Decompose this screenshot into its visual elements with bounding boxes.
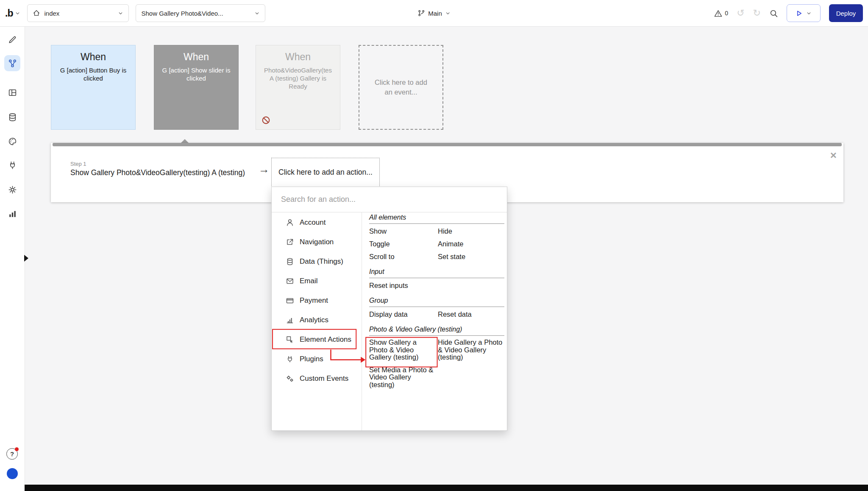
- workflow-icon: [8, 59, 17, 68]
- step-scrollbar[interactable]: [53, 143, 842, 146]
- sidebar-item-pages[interactable]: [7, 87, 18, 98]
- notification-dot: [15, 447, 19, 451]
- plug-icon: [286, 355, 294, 363]
- layout-icon: [8, 88, 17, 98]
- category-label: Data (Things): [300, 257, 343, 266]
- add-event-label: Click here to add an event...: [370, 78, 431, 97]
- redo-icon[interactable]: ↻: [753, 8, 761, 18]
- action-categories: Account Navigation Data (Things) Email: [272, 212, 362, 430]
- plug-icon: [8, 160, 17, 170]
- section-group: Group Display data Reset data: [369, 292, 504, 321]
- section-all-elements: All elements Show Hide Toggle Animate Sc…: [369, 212, 504, 263]
- action-item[interactable]: Set Media a Photo & Video Gallery (testi…: [369, 364, 438, 392]
- person-icon: [286, 218, 294, 227]
- category-data-things[interactable]: Data (Things): [272, 252, 362, 271]
- category-label: Custom Events: [300, 374, 348, 383]
- user-avatar[interactable]: [7, 468, 18, 479]
- category-label: Account: [300, 218, 326, 227]
- page-selector[interactable]: index: [27, 4, 129, 22]
- category-analytics[interactable]: Analytics: [272, 310, 362, 330]
- section-photo-video-gallery: Photo & Video Gallery (testing) Show Gal…: [369, 321, 504, 391]
- event-title: When: [161, 51, 232, 63]
- sidebar-item-settings[interactable]: [7, 184, 18, 195]
- workspace-menu[interactable]: .b: [5, 8, 20, 19]
- action-item[interactable]: Hide: [438, 225, 504, 237]
- action-item[interactable]: Toggle: [369, 237, 438, 250]
- help-icon: ?: [10, 450, 14, 458]
- arrow-right-icon: →: [259, 163, 270, 176]
- action-picker-popup: Account Navigation Data (Things) Email: [271, 187, 507, 431]
- share-icon: [286, 238, 294, 246]
- event-card-show-slider-selected[interactable]: When G [action] Show slider is clicked: [154, 45, 239, 130]
- action-item[interactable]: Reset inputs: [369, 279, 438, 292]
- preview-button[interactable]: [787, 4, 821, 22]
- undo-icon[interactable]: ↺: [737, 8, 744, 18]
- sidebar-item-plugins[interactable]: [7, 159, 18, 170]
- sidebar-item-styles[interactable]: [7, 136, 18, 147]
- section-header: Input: [369, 263, 504, 278]
- element-tree-expander[interactable]: [24, 255, 28, 262]
- sidebar-item-design[interactable]: [7, 34, 18, 45]
- action-search-input[interactable]: [280, 195, 498, 204]
- action-item[interactable]: Animate: [438, 237, 504, 250]
- chevron-down-icon: [118, 11, 123, 16]
- action-list: All elements Show Hide Toggle Animate Sc…: [362, 212, 507, 430]
- action-item[interactable]: Display data: [369, 308, 438, 321]
- category-navigation[interactable]: Navigation: [272, 232, 362, 252]
- step-title[interactable]: Show Gallery Photo&VideoGallery(testing)…: [70, 168, 245, 177]
- section-header: Group: [369, 292, 504, 307]
- database-icon: [286, 257, 294, 266]
- chart-icon: [8, 209, 17, 219]
- branch-selector[interactable]: Main: [417, 9, 451, 17]
- bottom-bar: [25, 485, 868, 491]
- action-item[interactable]: Set state: [438, 250, 504, 263]
- help-button[interactable]: ?: [6, 448, 18, 460]
- section-header: All elements: [369, 212, 504, 224]
- chevron-down-icon: [15, 11, 20, 16]
- add-event-placeholder[interactable]: Click here to add an event...: [359, 45, 443, 130]
- sidebar-item-logs[interactable]: [7, 208, 18, 219]
- category-custom-events[interactable]: Custom Events: [272, 369, 362, 388]
- issues-count: 0: [725, 10, 728, 17]
- event-card-gallery-ready[interactable]: When Photo&VideoGallery(tes A (testing) …: [256, 45, 340, 130]
- add-action-placeholder[interactable]: Click here to add an action...: [271, 158, 380, 187]
- category-plugins[interactable]: Plugins: [272, 349, 362, 369]
- action-item-empty: [438, 364, 504, 392]
- action-item[interactable]: Hide Gallery a Photo & Video Gallery (te…: [438, 337, 504, 364]
- chevron-down-icon: [806, 11, 812, 16]
- workflow-selector-value: Show Gallery Photo&Video...: [141, 10, 250, 17]
- sidebar-item-data[interactable]: [7, 112, 18, 123]
- sidebar: ?: [0, 27, 25, 491]
- workflow-selector[interactable]: Show Gallery Photo&Video...: [136, 4, 265, 22]
- sidebar-item-workflow[interactable]: [4, 55, 20, 71]
- category-email[interactable]: Email: [272, 271, 362, 291]
- bar-chart-icon: [286, 316, 294, 324]
- branch-icon: [417, 9, 425, 17]
- gears-icon: [286, 374, 294, 383]
- action-item[interactable]: Show: [369, 225, 438, 237]
- issues-indicator[interactable]: 0: [714, 9, 728, 17]
- bubble-logo: .b: [5, 8, 13, 19]
- action-item-empty: [438, 279, 504, 292]
- action-item[interactable]: Reset data: [438, 308, 504, 321]
- category-payment[interactable]: Payment: [272, 291, 362, 310]
- database-icon: [8, 112, 17, 122]
- deploy-button[interactable]: Deploy: [829, 4, 863, 22]
- event-card-button-buy[interactable]: When G [action] Button Buy is clicked: [51, 45, 136, 130]
- category-label: Element Actions: [300, 335, 351, 344]
- element-click-icon: [286, 335, 294, 344]
- section-header: Photo & Video Gallery (testing): [369, 321, 504, 336]
- warning-icon: [714, 9, 722, 17]
- action-item-show-gallery[interactable]: Show Gallery a Photo & Video Gallery (te…: [369, 337, 438, 364]
- category-account[interactable]: Account: [272, 213, 362, 232]
- page-selector-value: index: [44, 10, 114, 17]
- action-item[interactable]: Scroll to: [369, 250, 438, 263]
- add-action-label: Click here to add an action...: [278, 168, 373, 177]
- bubble-workflow-editor: .b index Show Gallery Photo&Video... Mai…: [0, 0, 868, 491]
- close-icon[interactable]: ×: [830, 150, 837, 161]
- category-element-actions[interactable]: Element Actions: [272, 330, 362, 349]
- action-search[interactable]: [272, 187, 507, 212]
- search-icon[interactable]: [769, 9, 778, 18]
- home-icon: [33, 9, 40, 17]
- envelope-icon: [286, 277, 294, 285]
